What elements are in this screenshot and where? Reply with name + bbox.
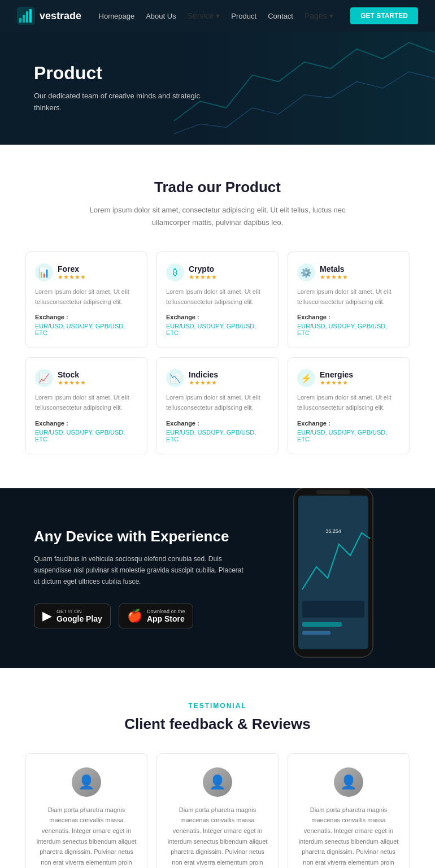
testimonial-card-2: 👤 Diam porta pharetra magnis maecenas co… xyxy=(156,753,279,868)
metals-exchange-value: EUR/USD, USD/JPY, GPB/USD, ETC xyxy=(297,323,400,336)
apple-icon: 🍎 xyxy=(127,609,142,623)
logo-text: vestrade xyxy=(40,10,81,22)
device-section: Any Device with Experience Quam faucibus… xyxy=(0,488,435,668)
metals-title: Metals xyxy=(320,264,348,274)
trade-title: Trade our Product xyxy=(17,179,418,196)
energies-exchange-value: EUR/USD, USD/JPY, GPB/USD, ETC xyxy=(297,429,400,442)
forex-exchange-value: EUR/USD, USD/JPY, GPB/USD, ETC xyxy=(35,323,138,336)
indicies-stars: ★★★★★ xyxy=(189,379,218,387)
svg-rect-9 xyxy=(302,622,342,627)
nav-pages[interactable]: Pages ▾ xyxy=(304,11,333,20)
products-grid: 📊 Forex ★★★★★ Lorem ipsum dolor sit amet… xyxy=(25,251,410,454)
crypto-exchange-value: EUR/USD, USD/JPY, GPB/USD, ETC xyxy=(166,323,269,336)
device-content: Any Device with Experience Quam faucibus… xyxy=(34,528,249,628)
indicies-exchange-label: Exchange : xyxy=(166,420,269,427)
metals-icon: ⚙️ xyxy=(297,263,315,281)
google-play-button[interactable]: ▶ GET IT ON Google Play xyxy=(34,604,111,628)
testimonial-label: TESTIMONIAL xyxy=(17,702,418,710)
product-card-forex: 📊 Forex ★★★★★ Lorem ipsum dolor sit amet… xyxy=(25,251,147,348)
svg-rect-7 xyxy=(316,490,350,494)
indicies-title: Indicies xyxy=(189,370,218,379)
crypto-stars: ★★★★★ xyxy=(189,274,217,281)
nav-about[interactable]: About Us xyxy=(146,12,176,20)
phone-mockup: 36,254 xyxy=(266,505,401,651)
indicies-icon: 📉 xyxy=(166,369,184,387)
app-store-button[interactable]: 🍎 Download on the App Store xyxy=(119,604,194,628)
testimonial-title: Client feedback & Reviews xyxy=(17,715,418,733)
avatar-3: 👤 xyxy=(334,767,363,797)
testimonial-text-2: Diam porta pharetra magnis maecenas conv… xyxy=(166,805,269,868)
stock-stars: ★★★★★ xyxy=(58,379,86,387)
product-card-indicies: 📉 Indicies ★★★★★ Lorem ipsum dolor sit a… xyxy=(156,357,279,454)
page-title: Product xyxy=(34,63,215,84)
testimonial-card-3: 👤 Diam porta pharetra magnis maecenas co… xyxy=(288,753,410,868)
device-title: Any Device with Experience xyxy=(34,528,249,545)
product-card-metals: ⚙️ Metals ★★★★★ Lorem ipsum dolor sit am… xyxy=(288,251,410,348)
energies-exchange-label: Exchange : xyxy=(297,420,400,427)
crypto-exchange-label: Exchange : xyxy=(166,314,269,320)
avatar-1: 👤 xyxy=(72,767,101,797)
indicies-desc: Lorem ipsum dolor sit amet, Ut elit tell… xyxy=(166,393,269,413)
crypto-desc: Lorem ipsum dolor sit amet, Ut elit tell… xyxy=(166,287,269,307)
get-started-button[interactable]: GET STARTED xyxy=(350,7,418,24)
testimonial-section: TESTIMONIAL Client feedback & Reviews 👤 … xyxy=(0,668,435,868)
google-play-icon: ▶ xyxy=(42,609,52,623)
testimonial-cards: 👤 Diam porta pharetra magnis maecenas co… xyxy=(25,753,410,868)
svg-rect-1 xyxy=(19,18,21,23)
indicies-exchange-value: EUR/USD, USD/JPY, GPB/USD, ETC xyxy=(166,429,269,442)
google-play-pre-label: GET IT ON xyxy=(56,609,102,614)
crypto-title: Crypto xyxy=(189,264,217,274)
chevron-down-icon-2: ▾ xyxy=(329,11,333,20)
stock-title: Stock xyxy=(58,370,86,379)
svg-text:36,254: 36,254 xyxy=(325,528,341,534)
stock-exchange-value: EUR/USD, USD/JPY, GPB/USD, ETC xyxy=(35,429,138,442)
forex-title: Forex xyxy=(58,264,86,274)
crypto-icon: ₿ xyxy=(166,263,184,281)
metals-exchange-label: Exchange : xyxy=(297,314,400,320)
energies-desc: Lorem ipsum dolor sit amet, Ut elit tell… xyxy=(297,393,400,413)
svg-rect-8 xyxy=(302,601,364,618)
hero-content: Product Our dedicated team of creative m… xyxy=(34,63,215,114)
nav-product[interactable]: Product xyxy=(231,12,256,20)
testimonial-text-1: Diam porta pharetra magnis maecenas conv… xyxy=(35,805,138,868)
forex-icon: 📊 xyxy=(35,263,53,281)
navbar: vestrade Homepage About Us Service ▾ Pro… xyxy=(0,0,435,32)
device-desc: Quam faucibus in vehicula sociosqu elefe… xyxy=(34,553,249,588)
nav-links: Homepage About Us Service ▾ Product Cont… xyxy=(99,11,333,20)
stock-desc: Lorem ipsum dolor sit amet, Ut elit tell… xyxy=(35,393,138,413)
forex-stars: ★★★★★ xyxy=(58,274,86,281)
google-play-label: Google Play xyxy=(56,614,102,623)
forex-desc: Lorem ipsum dolor sit amet, Ut elit tell… xyxy=(35,287,138,307)
trade-section: Trade our Product Lorem ipsum dolor sit … xyxy=(0,145,435,488)
hero-section: Product Our dedicated team of creative m… xyxy=(0,32,435,145)
product-card-energies: ⚡ Energies ★★★★★ Lorem ipsum dolor sit a… xyxy=(288,357,410,454)
stock-exchange-label: Exchange : xyxy=(35,420,138,427)
forex-exchange-label: Exchange : xyxy=(35,314,138,320)
nav-service[interactable]: Service ▾ xyxy=(188,11,220,20)
svg-rect-3 xyxy=(26,11,28,23)
product-card-crypto: ₿ Crypto ★★★★★ Lorem ipsum dolor sit ame… xyxy=(156,251,279,348)
testimonial-card-1: 👤 Diam porta pharetra magnis maecenas co… xyxy=(25,753,147,868)
svg-rect-2 xyxy=(23,15,25,23)
energies-icon: ⚡ xyxy=(297,369,315,387)
svg-rect-4 xyxy=(29,9,32,23)
svg-rect-10 xyxy=(302,631,330,635)
nav-contact[interactable]: Contact xyxy=(268,12,293,20)
testimonial-text-3: Diam porta pharetra magnis maecenas conv… xyxy=(297,805,400,868)
logo-icon xyxy=(17,7,35,25)
metals-desc: Lorem ipsum dolor sit amet, Ut elit tell… xyxy=(297,287,400,307)
nav-homepage[interactable]: Homepage xyxy=(99,12,135,20)
energies-stars: ★★★★★ xyxy=(320,379,353,387)
app-store-pre-label: Download on the xyxy=(147,609,185,614)
chevron-down-icon: ▾ xyxy=(216,11,220,20)
stock-icon: 📈 xyxy=(35,369,53,387)
energies-title: Energies xyxy=(320,370,353,379)
app-store-label: App Store xyxy=(147,614,185,623)
trade-subtitle: Lorem ipsum dolor sit amet, consectetur … xyxy=(88,204,347,229)
avatar-2: 👤 xyxy=(203,767,232,797)
logo[interactable]: vestrade xyxy=(17,7,81,25)
hero-subtitle: Our dedicated team of creative minds and… xyxy=(34,90,215,114)
app-buttons: ▶ GET IT ON Google Play 🍎 Download on th… xyxy=(34,604,249,628)
metals-stars: ★★★★★ xyxy=(320,274,348,281)
product-card-stock: 📈 Stock ★★★★★ Lorem ipsum dolor sit amet… xyxy=(25,357,147,454)
